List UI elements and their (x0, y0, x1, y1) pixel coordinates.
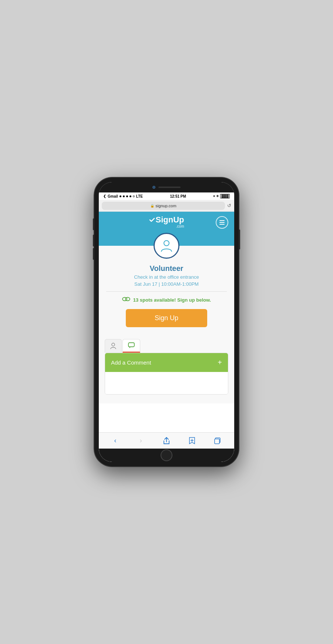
bookmarks-button[interactable] (185, 434, 199, 447)
forward-button[interactable]: › (134, 434, 148, 447)
signal-dot-1 (120, 195, 121, 197)
signal-dot-4 (130, 195, 131, 197)
bookmarks-icon (189, 437, 195, 445)
person-tab-icon (110, 343, 116, 349)
phone-top-bar (99, 182, 234, 192)
main-section: Volunteer Check in at the office entranc… (99, 246, 234, 333)
spots-icon (122, 296, 130, 304)
phone-frame: ❮ Gmail LTE 12:51 PM ⌖ ✶ ▓▓▓ 🔒 signup.co… (94, 178, 239, 466)
spots-row: 13 spots available! Sign up below. (122, 296, 211, 304)
carrier-label: Gmail (108, 194, 118, 198)
phone-screen: ❮ Gmail LTE 12:51 PM ⌖ ✶ ▓▓▓ 🔒 signup.co… (99, 182, 234, 462)
signal-dot-5 (133, 195, 135, 197)
tabs-button[interactable] (211, 434, 224, 447)
avatar-section (99, 233, 234, 246)
browser-url-bar[interactable]: 🔒 signup.com (102, 202, 225, 210)
add-comment-plus-icon: + (218, 358, 222, 367)
avatar (154, 233, 179, 259)
tabs-row (105, 339, 228, 353)
signup-button[interactable]: Sign Up (126, 309, 207, 327)
logo-checkmark-icon (149, 217, 155, 223)
browser-bar: 🔒 signup.com ↺ (99, 200, 234, 212)
svg-point-0 (164, 241, 169, 246)
battery-icon: ▓▓▓ (220, 194, 230, 198)
person-icon (161, 239, 172, 252)
url-text: signup.com (155, 204, 176, 208)
comment-section: Add a Comment + (99, 353, 234, 400)
volunteer-subtitle: Check in at the office entrance (134, 274, 199, 280)
svg-rect-6 (215, 439, 219, 444)
chat-tab-icon (128, 342, 135, 349)
share-icon (163, 437, 170, 445)
back-chevron: ❮ (103, 194, 106, 198)
add-comment-bar[interactable]: Add a Comment + (105, 353, 228, 372)
lock-icon: 🔒 (150, 204, 154, 208)
hamburger-icon (219, 220, 225, 225)
spacer (99, 400, 234, 403)
phone-speaker (158, 187, 181, 188)
signal-dot-3 (126, 195, 128, 197)
bottom-toolbar: ‹ › (99, 432, 234, 449)
logo-dotcom: .com (176, 224, 184, 228)
svg-rect-4 (128, 343, 134, 347)
logo-text: SignUp (156, 215, 184, 224)
tab-person[interactable] (105, 339, 122, 353)
network-label: LTE (136, 194, 143, 198)
tabs-icon (214, 437, 221, 444)
phone-camera (152, 186, 155, 189)
volunteer-date: Sat Jun 17 | 10:00AM-1:00PM (134, 281, 199, 287)
svg-point-3 (112, 343, 115, 346)
menu-button[interactable] (216, 216, 228, 229)
comment-box: Add a Comment + (105, 353, 228, 395)
logo: SignUp .com (149, 215, 184, 229)
status-bar: ❮ Gmail LTE 12:51 PM ⌖ ✶ ▓▓▓ (99, 192, 234, 200)
back-button[interactable]: ‹ (109, 434, 122, 447)
status-right: ⌖ ✶ ▓▓▓ (213, 194, 230, 198)
add-comment-label: Add a Comment (111, 359, 151, 366)
share-button[interactable] (160, 434, 173, 447)
status-left: ❮ Gmail LTE (103, 194, 143, 198)
phone-bottom (99, 449, 234, 462)
volunteer-title: Volunteer (150, 264, 184, 273)
reload-button[interactable]: ↺ (227, 203, 231, 208)
signal-dot-2 (123, 195, 125, 197)
bluetooth-icon: ✶ (216, 194, 219, 198)
svg-point-2 (125, 298, 130, 301)
home-button[interactable] (161, 449, 172, 461)
tab-chat[interactable] (122, 339, 140, 353)
chain-link-icon (122, 296, 130, 302)
spots-text: 13 spots available! Sign up below. (133, 297, 211, 303)
comment-empty-area (105, 372, 228, 394)
time-display: 12:51 PM (170, 194, 186, 198)
app-header: SignUp .com (99, 212, 234, 233)
tabs-section (99, 333, 234, 353)
page-content: SignUp .com (99, 212, 234, 432)
location-icon: ⌖ (213, 194, 215, 198)
divider (106, 291, 227, 292)
